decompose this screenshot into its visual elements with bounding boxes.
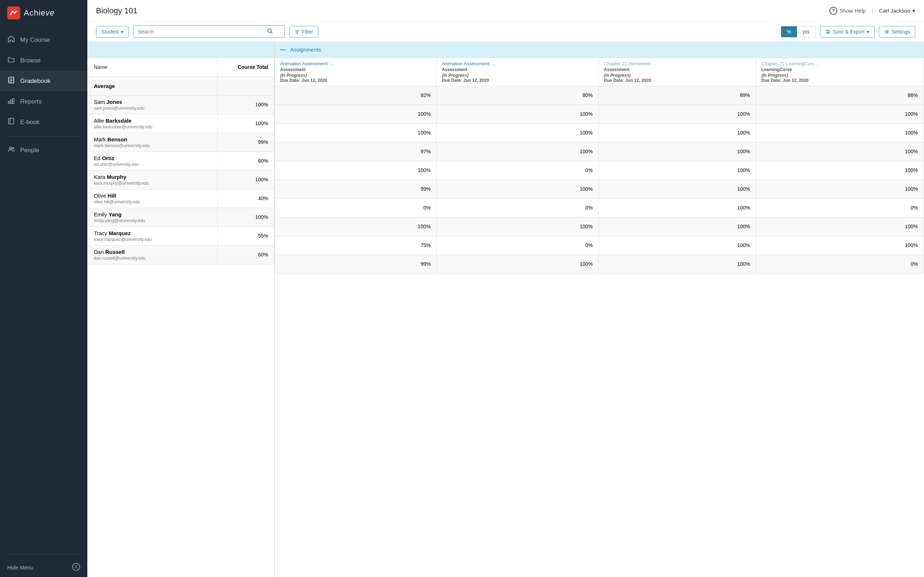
score-2-1: 100% — [437, 123, 599, 142]
svg-rect-5 — [10, 100, 12, 103]
score-5-2: 100% — [599, 180, 756, 198]
search-input[interactable] — [134, 26, 263, 37]
student-email-9: dan.russell@university.edu — [94, 256, 217, 261]
assignments-text: Assignments — [290, 47, 321, 53]
user-name: Carl Jackson — [879, 8, 910, 14]
left-table-body: Average Sam Jones sam.jones@university.e… — [87, 76, 274, 264]
score-9-3: 0% — [756, 255, 924, 273]
average-label: Average — [87, 76, 217, 95]
col-title-3[interactable]: Chapter 21 LearningCurv... — [761, 61, 919, 66]
student-email-1: sam.jones@university.edu — [94, 106, 217, 111]
left-row-8: Tracy Marquez tracy.marquez@university.e… — [87, 226, 274, 245]
left-row-6: Olive Hill olive.hill@university.edu 40% — [87, 189, 274, 208]
left-row-5: Kara Murphy kara.murphy@university.edu 1… — [87, 170, 274, 189]
sidebar-item-gradebook[interactable]: Gradebook — [0, 71, 87, 91]
student-name-cell-9[interactable]: Dan Russell dan.russell@university.edu — [87, 245, 217, 264]
left-header-spacer — [87, 42, 274, 58]
user-menu[interactable]: Carl Jackson ▾ — [879, 8, 915, 14]
help-circle-icon: ? — [829, 7, 837, 15]
score-6-2: 100% — [599, 198, 756, 217]
student-name-cell-8[interactable]: Tracy Marquez tracy.marquez@university.e… — [87, 226, 217, 245]
sidebar-item-browse[interactable]: Browse — [0, 50, 87, 71]
right-row-8: 75%0%100%100% — [275, 236, 924, 255]
score-4-0: 100% — [275, 161, 437, 180]
first-name-7: Emily — [94, 211, 109, 218]
score-toggle-group: % pts — [781, 26, 816, 37]
student-email-3: mark.benson@university.edu — [94, 143, 217, 148]
sidebar-item-reports[interactable]: Reports — [0, 91, 87, 112]
student-name-2: Allie Barksdale — [94, 118, 217, 124]
points-toggle[interactable]: pts — [797, 26, 815, 37]
sidebar-item-ebook[interactable]: E-book — [0, 112, 87, 132]
sync-export-button[interactable]: Sync & Export ▾ — [820, 26, 875, 37]
student-email-5: kara.murphy@university.edu — [94, 181, 217, 186]
last-name-1: Jones — [107, 99, 122, 105]
assignments-dash: — — [280, 47, 286, 53]
score-7-1: 100% — [437, 217, 599, 236]
percent-toggle[interactable]: % — [781, 26, 797, 37]
student-name-cell-4[interactable]: Ed Ortiz ed.ortiz@university.edu — [87, 152, 217, 170]
sidebar-item-people[interactable]: People — [0, 140, 87, 161]
right-row-0: 92%80%89%86% — [275, 86, 924, 105]
settings-button[interactable]: Settings — [879, 26, 915, 37]
toolbar: Student ▾ Filter % pts — [87, 22, 924, 42]
course-total-5: 100% — [217, 170, 274, 189]
score-2-3: 100% — [756, 123, 924, 142]
score-2-2: 100% — [599, 123, 756, 142]
assignments-label: — Assignments — [280, 47, 919, 53]
score-0-1: 80% — [437, 86, 599, 105]
svg-rect-6 — [13, 98, 14, 103]
col-due-2: Due Date: Jun 12, 2020 — [604, 78, 751, 83]
sidebar-nav: My Course Browse Gradebook — [0, 26, 87, 550]
hide-menu-btn[interactable]: Hide Menu — [0, 558, 87, 577]
first-name-8: Tracy — [94, 230, 109, 236]
search-button[interactable] — [263, 26, 276, 37]
sidebar-item-label-browse: Browse — [20, 57, 41, 64]
col-title-0[interactable]: Animation Assessment: ... — [280, 61, 431, 66]
student-name-cell-1[interactable]: Sam Jones sam.jones@university.edu — [87, 95, 217, 114]
score-2-0: 100% — [275, 123, 437, 142]
score-5-3: 100% — [756, 180, 924, 198]
right-row-4: 100%0%100%100% — [275, 161, 924, 180]
right-table-body: 92%80%89%86%100%100%100%100%100%100%100%… — [275, 86, 924, 273]
score-8-1: 0% — [437, 236, 599, 255]
col-status-2: (In Progress) — [604, 73, 751, 78]
student-email-8: tracy.marquez@university.edu — [94, 237, 217, 242]
course-total-8: 55% — [217, 226, 274, 245]
left-row-0: Average — [87, 76, 274, 95]
score-9-2: 100% — [599, 255, 756, 273]
student-name-cell-2[interactable]: Allie Barksdale allie.barksdale@universi… — [87, 114, 217, 133]
student-name-5: Kara Murphy — [94, 174, 217, 180]
gradebook-outer: Name Course Total Average Sam Jones — [87, 42, 924, 577]
student-name-1: Sam Jones — [94, 99, 217, 105]
student-name-cell-6[interactable]: Olive Hill olive.hill@university.edu — [87, 189, 217, 208]
score-4-2: 100% — [599, 161, 756, 180]
left-panel: Name Course Total Average Sam Jones — [87, 42, 275, 577]
col-type-3: LearningCurve — [761, 67, 919, 72]
course-total-9: 60% — [217, 245, 274, 264]
score-4-3: 100% — [756, 161, 924, 180]
student-dropdown-button[interactable]: Student ▾ — [96, 26, 129, 37]
col-title-2[interactable]: Chapter 21 Homework ... — [604, 61, 751, 66]
logo-text: Achieve — [24, 8, 55, 18]
score-1-3: 100% — [756, 105, 924, 123]
reports-icon — [7, 97, 15, 106]
col-title-1[interactable]: Animation Assessment: ... — [442, 61, 593, 66]
student-name-cell-5[interactable]: Kara Murphy kara.murphy@university.edu — [87, 170, 217, 189]
sidebar-item-my-course[interactable]: My Course — [0, 29, 87, 50]
col-status-0: (In Progress) — [280, 73, 431, 78]
app-logo[interactable]: Achieve — [0, 0, 87, 26]
score-4-1: 0% — [437, 161, 599, 180]
right-panel: — Assignments Animation Assessment: ... … — [275, 42, 924, 577]
show-help-button[interactable]: ? Show Help — [829, 7, 866, 15]
student-name-8: Tracy Marquez — [94, 230, 217, 236]
last-name-9: Russell — [105, 249, 124, 255]
gradebook-area: Name Course Total Average Sam Jones — [87, 42, 924, 577]
right-row-1: 100%100%100%100% — [275, 105, 924, 123]
student-name-cell-3[interactable]: Mark Benson mark.benson@university.edu — [87, 133, 217, 152]
student-name-cell-7[interactable]: Emily Yang emily.yang@university.edu — [87, 208, 217, 226]
people-icon — [7, 146, 15, 155]
student-email-2: allie.barksdale@university.edu — [94, 124, 217, 129]
filter-button[interactable]: Filter — [289, 26, 318, 37]
sidebar-item-label-gradebook: Gradebook — [20, 77, 50, 85]
